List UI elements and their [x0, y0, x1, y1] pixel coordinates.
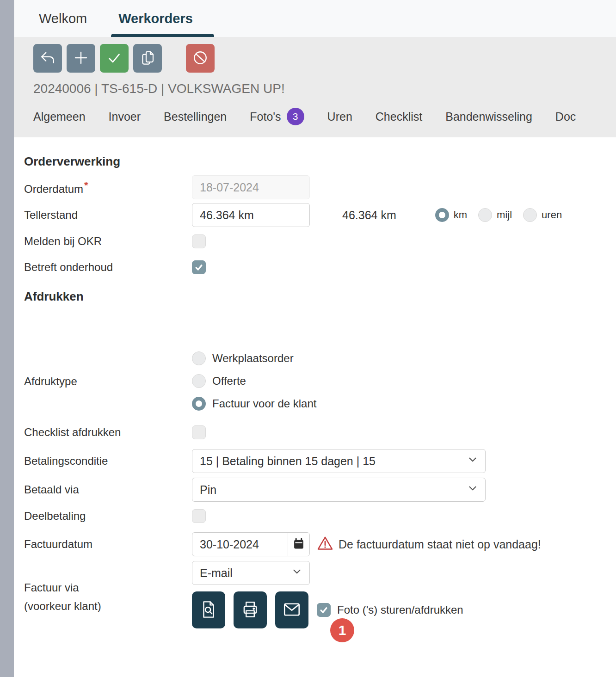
tab-algemeen-label: Algemeen	[33, 110, 86, 123]
afdruktype-label: Afdruktype	[24, 375, 192, 388]
betalingsconditie-select[interactable]: 15 | Betaling binnen 15 dagen | 15	[192, 449, 486, 473]
tellerstand-row: Tellerstand 46.364 km km mijl uren	[24, 203, 616, 227]
back-button[interactable]	[33, 44, 62, 73]
add-button[interactable]	[67, 44, 95, 73]
email-invoice-button[interactable]	[275, 591, 308, 628]
factuur-via-select[interactable]: E-mail	[192, 561, 310, 585]
warning-triangle-icon	[316, 535, 334, 554]
foto-sturen-checkbox[interactable]	[317, 603, 331, 617]
betaald-via-select[interactable]: Pin	[192, 478, 486, 502]
factuur-via-sublabel: (voorkeur klant)	[24, 599, 192, 613]
invoice-actions-row: Foto ('s) sturen/afdrukken 1	[192, 591, 616, 628]
betaald-via-row: Betaald via Pin	[24, 478, 616, 502]
radio-werkplaatsorder[interactable]	[192, 351, 206, 365]
afdruktype-row: Afdruktype Werkplaatsorder Offerte Factu…	[24, 350, 616, 412]
unit-option-km[interactable]: km	[435, 208, 467, 222]
envelope-icon	[282, 600, 302, 621]
radio-factuur[interactable]	[192, 397, 206, 411]
betalingsconditie-label: Betalingsconditie	[24, 454, 192, 468]
factuurdatum-input-group: 30-10-2024	[192, 532, 310, 556]
tab-fotos-label: Foto's	[250, 110, 281, 123]
factuur-via-value: E-mail	[200, 566, 233, 580]
radio-uren[interactable]	[523, 208, 537, 222]
order-header-area: 20240006 | TS-615-D | VOLKSWAGEN UP! Alg…	[14, 37, 616, 137]
melden-okr-row: Melden bij OKR	[24, 234, 616, 248]
warning-text: De factuurdatum staat niet op vandaag!	[339, 538, 541, 551]
factuurdatum-row: Factuurdatum 30-10-2024	[24, 532, 616, 556]
calendar-button[interactable]	[288, 532, 309, 556]
radio-mijl[interactable]	[478, 208, 492, 222]
tab-bestellingen-label: Bestellingen	[164, 110, 227, 123]
copy-icon	[139, 49, 156, 68]
tab-algemeen[interactable]: Algemeen	[33, 110, 86, 123]
orderdatum-label: Orderdatum*	[24, 178, 192, 196]
annotation-badge-1: 1	[330, 618, 354, 642]
tab-fotos[interactable]: Foto's 3	[250, 108, 304, 125]
tellerstand-label: Tellerstand	[24, 208, 192, 222]
foto-sturen-option[interactable]: Foto ('s) sturen/afdrukken	[317, 603, 463, 617]
preview-invoice-button[interactable]	[192, 591, 225, 628]
betalingsconditie-row: Betalingsconditie 15 | Betaling binnen 1…	[24, 449, 616, 473]
nav-tab-werkorders[interactable]: Werkorders	[115, 0, 197, 37]
toolbar	[14, 37, 616, 78]
melden-okr-checkbox[interactable]	[192, 234, 206, 248]
nav-tab-welkom[interactable]: Welkom	[35, 0, 91, 37]
tab-invoer[interactable]: Invoer	[109, 110, 141, 123]
section-heading-orderverwerking: Orderverwerking	[24, 154, 616, 169]
left-edge-strip	[0, 0, 14, 677]
order-form: Orderverwerking Orderdatum* Tellerstand …	[14, 137, 616, 628]
betaald-via-value: Pin	[200, 483, 216, 497]
section-heading-afdrukken: Afdrukken	[24, 289, 616, 304]
plus-icon	[73, 49, 89, 68]
cancel-button[interactable]	[186, 44, 215, 73]
fotos-count-badge: 3	[287, 108, 304, 125]
checklist-afdrukken-row: Checklist afdrukken	[24, 425, 616, 439]
print-invoice-button[interactable]	[234, 591, 267, 628]
unit-option-mijl[interactable]: mijl	[478, 208, 512, 222]
betalingsconditie-value: 15 | Betaling binnen 15 dagen | 15	[200, 455, 376, 468]
checklist-afdrukken-label: Checklist afdrukken	[24, 425, 192, 439]
document-search-icon	[199, 600, 218, 621]
tab-bandenwisseling[interactable]: Bandenwisseling	[445, 110, 532, 123]
deelbetaling-row: Deelbetaling	[24, 509, 616, 523]
radio-km[interactable]	[435, 208, 449, 222]
afdruktype-option-offerte[interactable]: Offerte	[192, 373, 616, 389]
tab-uren-label: Uren	[327, 110, 352, 123]
checklist-afdrukken-checkbox[interactable]	[192, 425, 206, 439]
unit-option-uren[interactable]: uren	[523, 208, 562, 222]
afdruktype-option-factuur[interactable]: Factuur voor de klant	[192, 395, 616, 412]
afdruktype-option-werkplaatsorder[interactable]: Werkplaatsorder	[192, 350, 616, 366]
printer-icon	[240, 600, 260, 621]
tab-bandenwisseling-label: Bandenwisseling	[445, 110, 532, 123]
betreft-onderhoud-checkbox[interactable]	[192, 260, 206, 274]
factuurdatum-label: Factuurdatum	[24, 537, 192, 551]
factuurdatum-warning: De factuurdatum staat niet op vandaag!	[316, 535, 541, 554]
tab-uren[interactable]: Uren	[327, 110, 352, 123]
tab-bestellingen[interactable]: Bestellingen	[164, 110, 227, 123]
save-button[interactable]	[100, 44, 129, 73]
tab-checklist[interactable]: Checklist	[376, 110, 422, 123]
deelbetaling-label: Deelbetaling	[24, 509, 192, 523]
prohibition-icon	[192, 49, 209, 68]
factuur-via-row: Factuur via (voorkeur klant) E-mail	[24, 561, 616, 628]
betreft-onderhoud-label: Betreft onderhoud	[24, 260, 192, 274]
tab-documenten[interactable]: Doc	[555, 110, 576, 123]
calendar-icon	[292, 537, 305, 552]
tellerstand-display: 46.364 km	[342, 209, 396, 222]
order-title: 20240006 | TS-615-D | VOLKSWAGEN UP!	[14, 78, 616, 97]
chevron-down-icon	[291, 566, 303, 580]
copy-button[interactable]	[133, 44, 162, 73]
tab-documenten-label: Doc	[555, 110, 576, 123]
top-navigation: Welkom Werkorders	[14, 0, 616, 37]
radio-offerte[interactable]	[192, 374, 206, 388]
section-tabbar: Algemeen Invoer Bestellingen Foto's 3 Ur…	[14, 97, 616, 137]
betaald-via-label: Betaald via	[24, 483, 192, 497]
chevron-down-icon	[467, 482, 479, 497]
app-window: Welkom Werkorders	[14, 0, 616, 677]
tellerstand-input[interactable]	[192, 203, 310, 227]
undo-arrow-icon	[39, 49, 56, 68]
factuurdatum-value[interactable]: 30-10-2024	[192, 538, 288, 551]
chevron-down-icon	[467, 454, 479, 468]
orderdatum-input	[192, 175, 310, 199]
deelbetaling-checkbox[interactable]	[192, 509, 206, 523]
